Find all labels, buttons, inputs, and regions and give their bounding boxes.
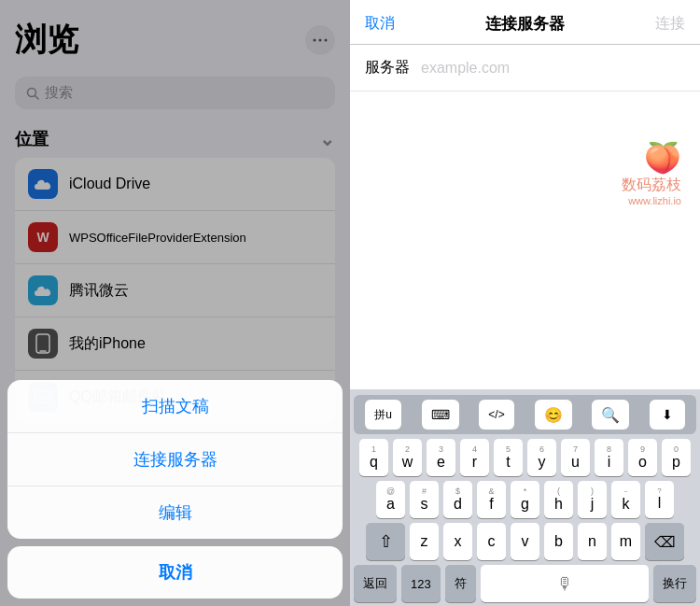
key-p[interactable]: 0p <box>662 439 691 476</box>
key-v[interactable]: v <box>511 523 539 560</box>
key-e[interactable]: 3e <box>427 439 455 476</box>
key-b[interactable]: b <box>544 523 573 560</box>
connect-button[interactable]: 连接 <box>655 14 685 34</box>
connect-server-title: 连接服务器 <box>485 13 565 35</box>
next-key[interactable]: 换行 <box>653 565 696 602</box>
mic-icon: 🎙 <box>556 574 573 594</box>
key-u[interactable]: 7u <box>561 439 590 476</box>
server-input[interactable] <box>421 60 685 77</box>
key-d[interactable]: $d <box>443 481 472 518</box>
code-tool-btn[interactable]: </> <box>479 400 514 430</box>
keyboard-toolbar: 拼u ⌨ </> 😊 🔍 ⬇ <box>354 395 696 434</box>
space-key[interactable]: 🎙 <box>481 565 649 602</box>
server-row: 服务器 <box>350 45 700 92</box>
key-q[interactable]: 1q <box>359 439 388 476</box>
watermark-brand: 数码荔枝 <box>622 176 681 195</box>
key-h[interactable]: (h <box>544 481 573 518</box>
key-z[interactable]: z <box>410 523 439 560</box>
delete-key[interactable]: ⌫ <box>645 523 684 560</box>
sym-key[interactable]: 符 <box>445 565 476 602</box>
action-sheet-overlay: 扫描文稿 连接服务器 编辑 取消 <box>0 0 350 606</box>
keyboard: 拼u ⌨ </> 😊 🔍 ⬇ 1q 2w 3e 4r 5t 6y 7u 8i 9… <box>350 389 700 606</box>
key-y[interactable]: 6y <box>527 439 556 476</box>
action-cancel-sheet: 取消 <box>7 546 343 599</box>
search-tool-btn[interactable]: 🔍 <box>592 400 629 430</box>
pinyin-tool-btn[interactable]: 拼u <box>365 400 401 430</box>
connect-server-action[interactable]: 连接服务器 <box>7 433 343 486</box>
keyboard-row-3: ⇧ z x c v b n m ⌫ <box>354 523 696 560</box>
key-c[interactable]: c <box>477 523 506 560</box>
key-w[interactable]: 2w <box>393 439 422 476</box>
num-key[interactable]: 123 <box>401 565 441 602</box>
watermark: 🍑 数码荔枝 www.lizhi.io <box>622 140 681 206</box>
key-j[interactable]: )j <box>578 481 607 518</box>
key-f[interactable]: &f <box>477 481 506 518</box>
collapse-tool-btn[interactable]: ⬇ <box>650 400 685 430</box>
key-x[interactable]: x <box>443 523 472 560</box>
cancel-button[interactable]: 取消 <box>365 14 395 34</box>
key-g[interactable]: *g <box>511 481 539 518</box>
emoji-tool-btn[interactable]: 😊 <box>535 400 572 430</box>
shift-key[interactable]: ⇧ <box>366 523 405 560</box>
key-s[interactable]: #s <box>410 481 439 518</box>
connect-server-header: 取消 连接服务器 连接 <box>350 0 700 45</box>
action-sheet: 扫描文稿 连接服务器 编辑 <box>7 380 343 539</box>
key-t[interactable]: 5t <box>494 439 523 476</box>
keyboard-row-1: 1q 2w 3e 4r 5t 6y 7u 8i 9o 0p <box>354 439 696 476</box>
watermark-url: www.lizhi.io <box>622 195 681 206</box>
key-m[interactable]: m <box>611 523 640 560</box>
keyboard-tool-btn[interactable]: ⌨ <box>422 400 459 430</box>
key-n[interactable]: n <box>578 523 607 560</box>
key-r[interactable]: 4r <box>460 439 489 476</box>
cancel-action[interactable]: 取消 <box>7 546 343 599</box>
left-panel: 浏览 搜索 位置 ⌄ <box>0 0 350 606</box>
watermark-emoji: 🍑 <box>622 140 681 176</box>
scan-action[interactable]: 扫描文稿 <box>7 380 343 433</box>
keyboard-row-2: @a #s $d &f *g (h )j -k ?l <box>354 481 696 518</box>
return-key[interactable]: 返回 <box>354 565 397 602</box>
key-i[interactable]: 8i <box>595 439 623 476</box>
key-o[interactable]: 9o <box>628 439 657 476</box>
server-label: 服务器 <box>365 58 410 78</box>
edit-action[interactable]: 编辑 <box>7 486 343 539</box>
key-l[interactable]: ?l <box>645 481 674 518</box>
key-a[interactable]: @a <box>376 481 405 518</box>
keyboard-bottom-row: 返回 123 符 🎙 换行 <box>354 565 696 602</box>
right-panel: 取消 连接服务器 连接 服务器 🍑 数码荔枝 www.lizhi.io 拼u ⌨… <box>350 0 700 606</box>
key-k[interactable]: -k <box>611 481 640 518</box>
